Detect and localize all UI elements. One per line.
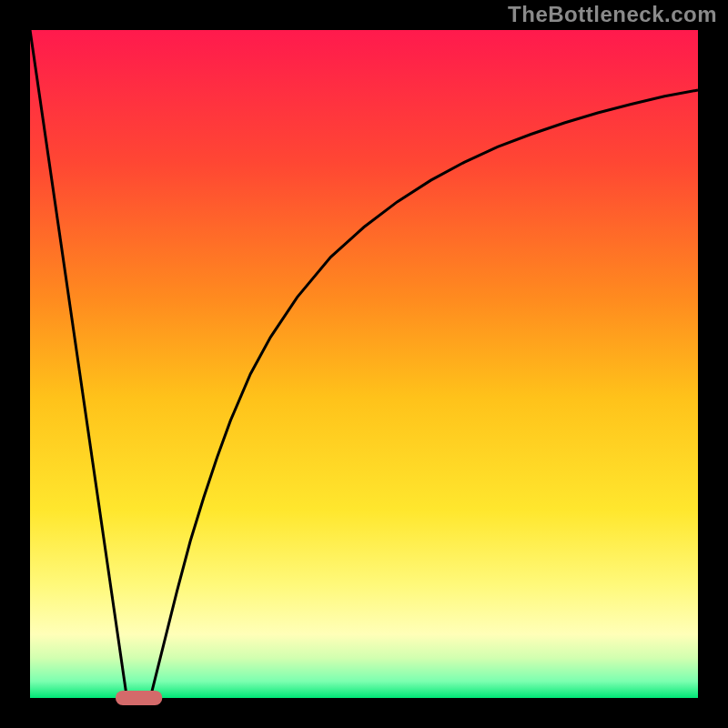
watermark-text: TheBottleneck.com (508, 2, 717, 27)
bottom-marker-pill (116, 691, 162, 705)
bottleneck-chart (0, 0, 728, 728)
plot-area (30, 30, 698, 698)
chart-frame: TheBottleneck.com (0, 0, 728, 728)
